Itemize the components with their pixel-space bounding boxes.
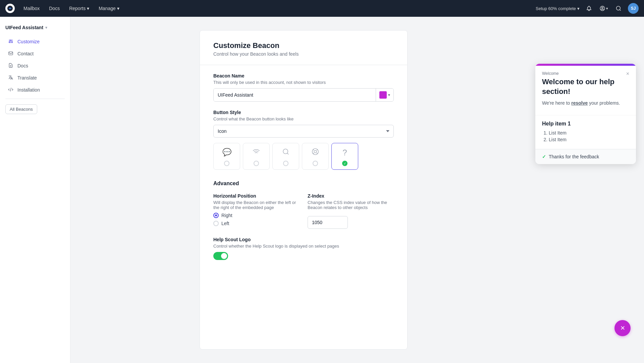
feedback-text: Thanks for the feedback [549, 154, 599, 159]
z-index-input[interactable] [308, 216, 348, 229]
beacon-name-hint: This will only be used in this account, … [213, 80, 394, 85]
beacon-name-input-row: ▾ [213, 88, 394, 102]
search-circle-icon [282, 148, 289, 157]
horizontal-position-field: Horizontal Position Will display the Bea… [213, 193, 300, 229]
beacon-name-input[interactable] [214, 89, 376, 101]
sidebar-item-docs[interactable]: Docs [3, 60, 67, 72]
advanced-title: Advanced [213, 180, 394, 187]
setup-progress[interactable]: Setup 60% complete ▾ [536, 6, 580, 11]
setup-chevron-icon: ▾ [577, 6, 580, 11]
icon-option-chat[interactable]: 💬 [213, 143, 240, 170]
nav-manage[interactable]: Manage ▾ [95, 4, 123, 13]
icon-radio-chat[interactable] [224, 161, 229, 166]
icon-radio-search[interactable] [283, 161, 288, 166]
customize-card: Customize Beacon Control how your Beacon… [200, 30, 408, 350]
beacon-close-button[interactable]: × [626, 71, 629, 76]
search-icon[interactable] [613, 3, 624, 14]
app-logo[interactable] [5, 4, 15, 13]
chat-bubble-icon: 💬 [222, 148, 231, 157]
beacon-preview-widget: × Welcome Welcome to our help section! W… [535, 64, 636, 164]
color-chevron-icon: ▾ [388, 93, 390, 97]
z-index-field: Z-Index Changes the CSS index value of h… [308, 193, 394, 229]
beacon-name-label: Beacon Name [213, 73, 394, 79]
svg-point-2 [314, 150, 316, 153]
help-scout-logo-hint: Control whether the Help Scout logo is d… [213, 244, 394, 249]
icon-option-lifering[interactable] [302, 143, 329, 170]
nav-reports[interactable]: Reports ▾ [66, 4, 93, 13]
feedback-check-icon: ✓ [542, 154, 546, 159]
position-left-label[interactable]: Left [213, 221, 300, 226]
icon-radio-question[interactable] [342, 161, 347, 166]
svg-line-6 [317, 150, 318, 151]
beacon-body: Help item 1 List Item List Item [535, 115, 636, 149]
icon-radio-lifering[interactable] [313, 161, 318, 166]
button-style-select[interactable]: Icon Text Circle [213, 125, 394, 138]
icon-option-search[interactable] [272, 143, 299, 170]
z-index-label: Z-Index [308, 193, 394, 199]
sidebar-item-customize[interactable]: Customize [3, 36, 67, 48]
top-navigation: Mailbox Docs Reports ▾ Manage ▾ Setup 60… [0, 0, 644, 17]
contact-icon [8, 51, 14, 57]
notifications-icon[interactable] [584, 3, 594, 14]
icon-option-question[interactable]: ? [331, 143, 358, 170]
icon-options-row: 💬 [213, 143, 394, 170]
account-icon[interactable]: ▾ [598, 3, 609, 14]
app-title-chevron-icon: ▾ [45, 25, 47, 30]
help-scout-logo-label: Help Scout Logo [213, 237, 394, 242]
life-ring-icon [312, 148, 319, 157]
icon-option-wifi[interactable] [243, 143, 270, 170]
docs-icon [8, 63, 14, 69]
manage-chevron-icon: ▾ [117, 6, 119, 11]
color-swatch [379, 91, 387, 99]
page-title: Customize Beacon [213, 41, 394, 50]
list-item-1: List Item [549, 130, 629, 136]
fab-close-icon: ✕ [620, 324, 625, 332]
app-layout: UIFeed Assistant ▾ Customize Contact [0, 17, 644, 363]
sidebar-item-contact[interactable]: Contact [3, 48, 67, 60]
button-style-label: Button Style [213, 110, 394, 115]
beacon-help-item-title: Help item 1 [542, 121, 629, 127]
sidebar: UIFeed Assistant ▾ Customize Contact [0, 17, 70, 363]
nav-mailbox[interactable]: Mailbox [20, 4, 43, 13]
svg-line-5 [313, 153, 314, 154]
list-item-2: List Item [549, 137, 629, 142]
advanced-grid: Horizontal Position Will display the Bea… [213, 193, 394, 229]
beacon-description: We're here to resolve your problems. [542, 100, 629, 106]
horizontal-position-options: Right Left [213, 213, 300, 226]
button-style-hint: Control what the Beacon button looks lik… [213, 116, 394, 121]
position-left-radio[interactable] [213, 221, 219, 226]
beacon-fab-button[interactable]: ✕ [614, 320, 631, 336]
preview-panel: × Welcome Welcome to our help section! W… [537, 17, 644, 363]
position-right-label[interactable]: Right [213, 213, 300, 218]
sidebar-divider [5, 99, 65, 99]
topnav-right: Setup 60% complete ▾ ▾ SJ [536, 3, 639, 14]
icon-radio-wifi[interactable] [254, 161, 259, 166]
color-picker-button[interactable]: ▾ [376, 89, 393, 101]
wifi-icon [253, 148, 260, 157]
help-scout-logo-toggle[interactable] [213, 252, 228, 260]
z-index-hint: Changes the CSS index value of how the B… [308, 200, 394, 210]
installation-icon [8, 87, 14, 93]
beacon-list: List Item List Item [542, 130, 629, 142]
horizontal-position-hint: Will display the Beacon on either the le… [213, 200, 300, 210]
beacon-welcome-label: Welcome [542, 71, 629, 76]
card-divider [200, 65, 407, 65]
customize-icon [8, 39, 14, 45]
position-right-radio[interactable] [213, 213, 219, 218]
horizontal-position-label: Horizontal Position [213, 193, 300, 199]
svg-line-4 [317, 153, 318, 154]
translate-icon [8, 75, 14, 81]
nav-docs[interactable]: Docs [46, 4, 63, 13]
sidebar-item-translate[interactable]: Translate [3, 72, 67, 84]
user-avatar[interactable]: SJ [628, 3, 639, 14]
sidebar-app-title[interactable]: UIFeed Assistant ▾ [0, 22, 70, 36]
beacon-header: × Welcome Welcome to our help section! W… [535, 66, 636, 115]
beacon-preview-title: Welcome to our help section! [542, 77, 629, 96]
question-mark-icon: ? [342, 148, 347, 157]
sidebar-item-installation[interactable]: Installation [3, 84, 67, 96]
reports-chevron-icon: ▾ [87, 6, 89, 11]
main-content: Customize Beacon Control how your Beacon… [70, 17, 537, 363]
all-beacons-button[interactable]: All Beacons [5, 104, 37, 114]
svg-line-3 [313, 150, 314, 151]
page-subtitle: Control how your Beacon looks and feels [213, 51, 394, 57]
